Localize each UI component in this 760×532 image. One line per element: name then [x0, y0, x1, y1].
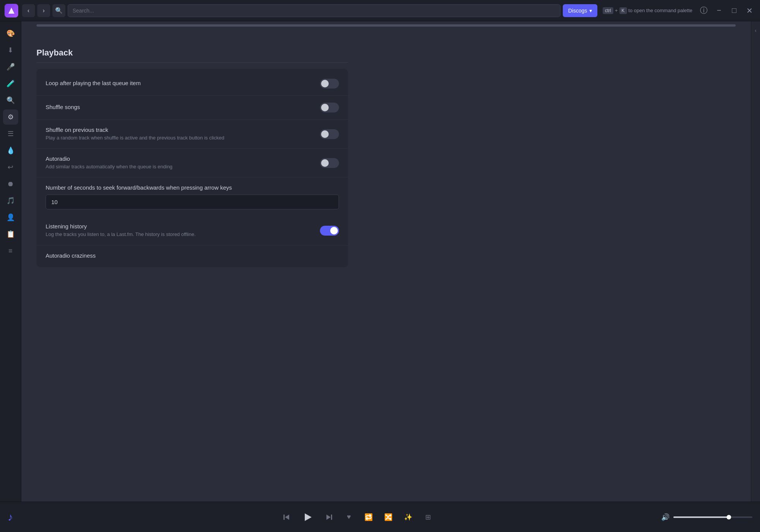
panel-toggle-button[interactable]: ‹ [753, 26, 758, 35]
kbd-k: K [619, 7, 627, 14]
sidebar-item-mic[interactable]: 🎤 [3, 59, 18, 74]
seek-seconds-label: Number of seconds to seek forward/backwa… [46, 184, 339, 191]
setting-info-shuffle-prev: Shuffle on previous track Play a random … [46, 127, 320, 141]
setting-label-autoradio: Autoradio [46, 155, 312, 162]
volume-icon: 🔊 [661, 513, 670, 521]
setting-row-shuffle-songs: Shuffle songs [36, 96, 348, 120]
sidebar-item-search[interactable]: 🔍 [3, 93, 18, 108]
setting-row-loop: Loop after playing the last queue item [36, 72, 348, 96]
svg-rect-4 [331, 515, 332, 520]
sidebar-item-list[interactable]: ☰ [3, 126, 18, 141]
setting-row-shuffle-prev: Shuffle on previous track Play a random … [36, 120, 348, 149]
next-track-button[interactable] [322, 510, 336, 524]
sidebar-item-download[interactable]: ⬇ [3, 43, 18, 58]
toggle-shuffle-prev-thumb [321, 130, 329, 138]
chevron-down-icon: ▾ [589, 8, 592, 14]
keyboard-hint: ctrl + K to open the command palette [603, 7, 692, 14]
sidebar-item-music[interactable]: 🎵 [3, 193, 18, 208]
sidebar-item-palette[interactable]: 🎨 [3, 26, 18, 41]
sidebar-item-flask[interactable]: 🧪 [3, 76, 18, 91]
volume-thumb [727, 515, 731, 519]
svg-marker-2 [285, 515, 289, 520]
section-title: Playback [36, 40, 348, 63]
help-button[interactable]: ⓘ [698, 5, 710, 17]
setting-info-autoradio-craziness: Autoradio craziness [46, 252, 339, 260]
setting-label-shuffle-songs: Shuffle songs [46, 104, 312, 110]
player-controls: ♥ 🔁 🔀 ✨ ⊞ [280, 509, 435, 526]
play-button[interactable] [299, 509, 316, 526]
kbd-ctrl: ctrl [603, 7, 613, 14]
kbd-hint-text: to open the command palette [629, 8, 692, 13]
equalizer-button[interactable]: ⊞ [421, 510, 435, 524]
sidebar-item-settings[interactable]: ⚙ [3, 109, 18, 125]
topbar-actions: ⓘ − □ ✕ [698, 5, 755, 17]
kbd-plus: + [615, 8, 618, 13]
minimize-button[interactable]: − [713, 5, 725, 17]
player-left: ♪ [8, 511, 53, 523]
toggle-shuffle-prev[interactable] [320, 129, 339, 139]
sidebar-item-list2[interactable]: ≡ [3, 243, 18, 258]
setting-desc-listening-history: Log the tracks you listen to, a la Last.… [46, 231, 312, 238]
topbar: ‹ › 🔍 Discogs ▾ ctrl + K to open the com… [0, 0, 760, 21]
toggle-shuffle-songs-thumb [321, 104, 329, 111]
player-volume: 🔊 [661, 513, 752, 521]
settings-container: Playback Loop after playing the last que… [21, 40, 363, 267]
toggle-loop[interactable] [320, 79, 339, 89]
setting-label-listening-history: Listening history [46, 223, 312, 230]
repeat-button[interactable]: 🔁 [362, 510, 375, 524]
toggle-shuffle-songs[interactable] [320, 103, 339, 112]
back-button[interactable]: ‹ [22, 4, 35, 17]
toggle-autoradio[interactable] [320, 158, 339, 168]
setting-label-shuffle-prev: Shuffle on previous track [46, 127, 312, 133]
main-layout: 🎨 ⬇ 🎤 🧪 🔍 ⚙ ☰ 💧 ↩ ⏺ 🎵 👤 📋 ≡ Playback Loo… [0, 21, 760, 502]
toggle-listening-history-thumb [330, 227, 338, 234]
svg-marker-5 [326, 515, 331, 520]
toggle-autoradio-thumb [321, 159, 329, 167]
toggle-listening-history[interactable] [320, 226, 339, 236]
sidebar-item-history[interactable]: ↩ [3, 160, 18, 175]
right-panel-toggle: ‹ [751, 21, 760, 502]
seek-seconds-input[interactable] [46, 195, 339, 209]
setting-desc-shuffle-prev: Play a random track when shuffle is acti… [46, 135, 312, 141]
setting-label-autoradio-craziness: Autoradio craziness [46, 252, 331, 259]
scroll-indicator [36, 24, 736, 27]
music-note-icon: ♪ [8, 511, 13, 523]
close-button[interactable]: ✕ [743, 5, 755, 17]
prev-track-button[interactable] [280, 510, 293, 524]
shuffle-button[interactable]: 🔀 [382, 510, 395, 524]
svg-marker-3 [305, 513, 312, 521]
sidebar-item-user[interactable]: 👤 [3, 210, 18, 225]
sidebar: 🎨 ⬇ 🎤 🧪 🔍 ⚙ ☰ 💧 ↩ ⏺ 🎵 👤 📋 ≡ [0, 21, 21, 502]
setting-info-loop: Loop after playing the last queue item [46, 80, 320, 88]
setting-row-autoradio-craziness: Autoradio craziness [36, 245, 348, 264]
volume-slider[interactable] [673, 516, 752, 518]
magic-button[interactable]: ✨ [401, 510, 415, 524]
setting-row-autoradio: Autoradio Add similar tracks automatical… [36, 149, 348, 177]
setting-info-shuffle-songs: Shuffle songs [46, 104, 320, 112]
maximize-button[interactable]: □ [728, 5, 740, 17]
sidebar-item-clipboard[interactable]: 📋 [3, 226, 18, 242]
sidebar-item-record[interactable]: ⏺ [3, 176, 18, 192]
source-button[interactable]: Discogs ▾ [563, 4, 597, 17]
forward-button[interactable]: › [37, 4, 50, 17]
svg-marker-0 [8, 8, 14, 14]
bottom-player: ♪ ♥ 🔁 🔀 ✨ ⊞ 🔊 [0, 502, 760, 532]
search-input[interactable] [68, 4, 560, 17]
sidebar-item-drop[interactable]: 💧 [3, 143, 18, 158]
heart-button[interactable]: ♥ [342, 510, 356, 524]
volume-fill [673, 516, 729, 518]
settings-card-main: Loop after playing the last queue item S… [36, 69, 348, 267]
setting-info-autoradio: Autoradio Add similar tracks automatical… [46, 155, 320, 170]
setting-row-listening-history: Listening history Log the tracks you lis… [36, 216, 348, 245]
app-logo [5, 4, 18, 17]
svg-rect-1 [283, 515, 285, 520]
setting-label-loop: Loop after playing the last queue item [46, 80, 312, 86]
setting-desc-autoradio: Add similar tracks automatically when th… [46, 163, 312, 170]
source-label: Discogs [568, 8, 587, 14]
toggle-loop-thumb [321, 80, 329, 87]
content-area: Playback Loop after playing the last que… [21, 21, 751, 502]
search-toggle-button[interactable]: 🔍 [52, 4, 65, 17]
seek-seconds-row: Number of seconds to seek forward/backwa… [36, 177, 348, 216]
setting-info-listening-history: Listening history Log the tracks you lis… [46, 223, 320, 238]
